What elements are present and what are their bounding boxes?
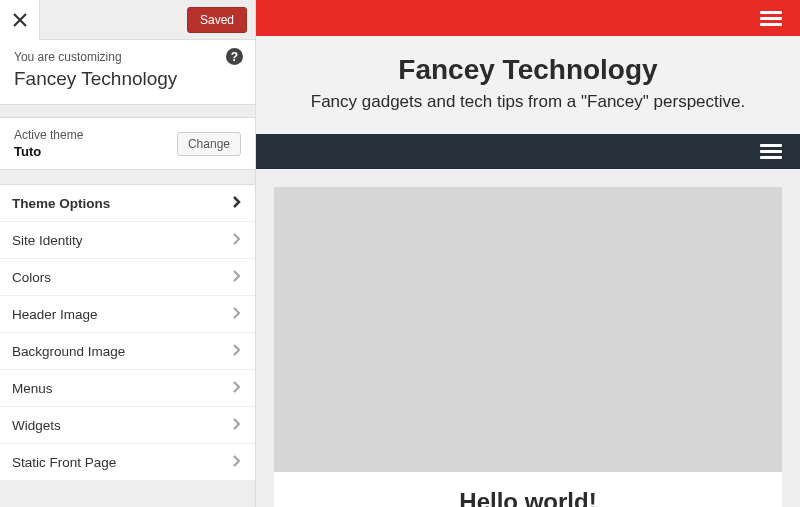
active-theme-name: Tuto <box>14 144 83 159</box>
customizer-sidebar: Saved You are customizing Fancey Technol… <box>0 0 256 507</box>
chevron-right-icon <box>233 344 241 359</box>
featured-image-placeholder <box>274 187 782 472</box>
chevron-right-icon <box>233 307 241 322</box>
post-title[interactable]: Hello world! <box>274 488 782 507</box>
preview-pane: Fancey Technology Fancy gadgets and tech… <box>256 0 800 507</box>
section-widgets[interactable]: Widgets <box>0 407 255 444</box>
theme-info: Active theme Tuto <box>14 128 83 159</box>
section-menus[interactable]: Menus <box>0 370 255 407</box>
hamburger-icon <box>760 11 782 14</box>
chevron-right-icon <box>233 270 241 285</box>
section-label: Theme Options <box>12 196 110 211</box>
section-label: Widgets <box>12 418 61 433</box>
sidebar-topbar: Saved <box>0 0 255 40</box>
hamburger-icon <box>760 23 782 26</box>
chevron-right-icon <box>233 418 241 433</box>
customizer-section-list: Theme Options Site Identity Colors Heade… <box>0 184 255 481</box>
section-site-identity[interactable]: Site Identity <box>0 222 255 259</box>
preview-topbar <box>256 0 800 36</box>
preview-content: Hello world! <box>256 169 800 507</box>
customizing-title: Fancey Technology <box>14 68 241 90</box>
customizing-intro: You are customizing <box>14 50 241 64</box>
change-theme-button[interactable]: Change <box>177 132 241 156</box>
hamburger-icon <box>760 156 782 159</box>
chevron-right-icon <box>233 196 241 211</box>
post-card: Hello world! <box>274 187 782 507</box>
active-theme-label: Active theme <box>14 128 83 142</box>
help-icon[interactable]: ? <box>226 48 243 65</box>
section-label: Static Front Page <box>12 455 116 470</box>
section-static-front-page[interactable]: Static Front Page <box>0 444 255 481</box>
chevron-right-icon <box>233 455 241 470</box>
hamburger-icon <box>760 17 782 20</box>
section-label: Background Image <box>12 344 125 359</box>
section-label: Colors <box>12 270 51 285</box>
section-theme-options[interactable]: Theme Options <box>0 185 255 222</box>
site-tagline: Fancy gadgets and tech tips from a "Fanc… <box>276 92 780 112</box>
section-label: Menus <box>12 381 53 396</box>
active-theme-section: Active theme Tuto Change <box>0 117 255 170</box>
preview-header: Fancey Technology Fancy gadgets and tech… <box>256 36 800 134</box>
sidebar-header: You are customizing Fancey Technology ? <box>0 40 255 105</box>
section-label: Site Identity <box>12 233 83 248</box>
section-label: Header Image <box>12 307 98 322</box>
close-icon <box>13 13 27 27</box>
saved-status-button: Saved <box>187 7 247 33</box>
preview-nav <box>256 134 800 169</box>
section-header-image[interactable]: Header Image <box>0 296 255 333</box>
close-button[interactable] <box>0 0 40 40</box>
hamburger-icon <box>760 144 782 147</box>
section-background-image[interactable]: Background Image <box>0 333 255 370</box>
site-title[interactable]: Fancey Technology <box>276 54 780 86</box>
chevron-right-icon <box>233 233 241 248</box>
hamburger-icon <box>760 150 782 153</box>
hamburger-menu-top[interactable] <box>760 8 782 29</box>
hamburger-menu-nav[interactable] <box>760 141 782 162</box>
chevron-right-icon <box>233 381 241 396</box>
section-colors[interactable]: Colors <box>0 259 255 296</box>
